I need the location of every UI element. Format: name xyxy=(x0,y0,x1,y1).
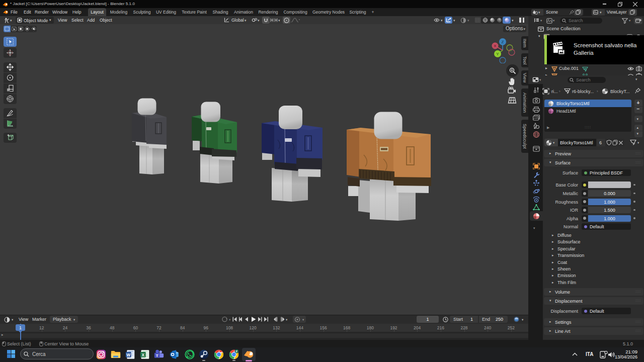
svg-text:F: F xyxy=(236,349,238,353)
svg-text:W: W xyxy=(126,352,130,357)
svg-text:X: X xyxy=(141,352,144,357)
svg-text:Z: Z xyxy=(502,40,504,44)
svg-text:Y: Y xyxy=(496,52,499,56)
svg-text:X: X xyxy=(494,44,497,48)
svg-text:T: T xyxy=(156,353,158,358)
